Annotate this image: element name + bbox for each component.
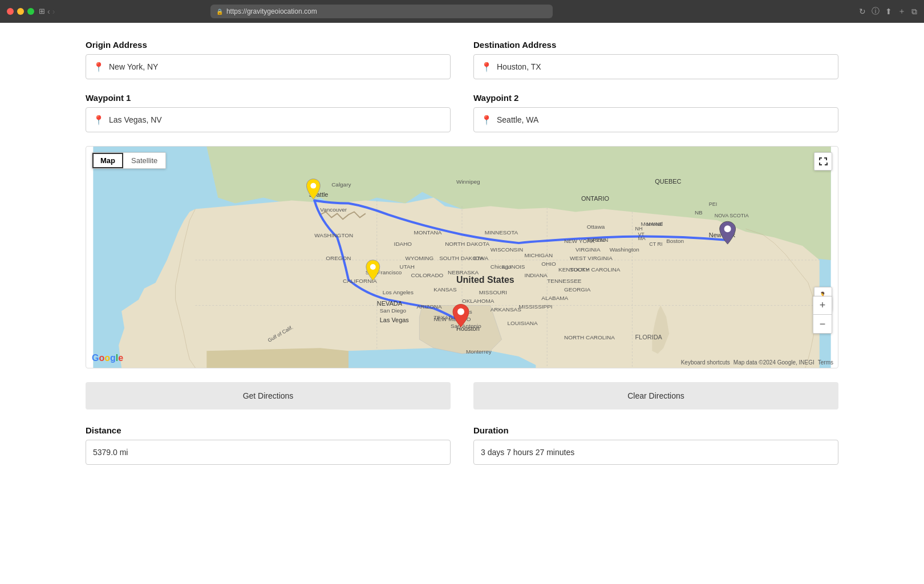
- svg-text:Ottawa: Ottawa: [587, 224, 605, 230]
- origin-input-wrapper[interactable]: 📍: [86, 54, 451, 79]
- lock-icon: 🔒: [216, 9, 223, 15]
- browser-right-icons: ↻ ⓘ ⬆ ＋ ⧉: [859, 6, 917, 17]
- get-directions-button[interactable]: Get Directions: [86, 382, 451, 409]
- svg-text:San Antonio: San Antonio: [451, 323, 481, 329]
- duration-label: Duration: [473, 425, 838, 435]
- keyboard-shortcuts-link[interactable]: Keyboard shortcuts: [681, 359, 730, 366]
- svg-text:San Diego: San Diego: [380, 307, 407, 314]
- svg-text:SOUTH DAKOTA: SOUTH DAKOTA: [439, 255, 484, 261]
- origin-input[interactable]: [109, 62, 443, 71]
- waypoint-row: Waypoint 1 📍 Waypoint 2 📍: [86, 93, 838, 132]
- share-icon[interactable]: ⬆: [885, 7, 892, 16]
- svg-text:Toronto: Toronto: [587, 237, 606, 243]
- map-type-buttons: Map Satellite: [92, 152, 166, 169]
- traffic-lights: [7, 8, 34, 15]
- svg-text:Los Angeles: Los Angeles: [383, 289, 414, 295]
- tabs-icon[interactable]: ⧉: [911, 7, 917, 17]
- svg-text:PEI: PEI: [709, 201, 717, 207]
- waypoint1-input-wrapper[interactable]: 📍: [86, 107, 451, 132]
- map-data-text: Map data ©2024 Google, INEGI: [733, 359, 814, 366]
- traffic-light-green[interactable]: [27, 8, 34, 15]
- origin-label: Origin Address: [86, 40, 451, 50]
- svg-point-84: [724, 225, 731, 232]
- reload-icon[interactable]: ↻: [859, 7, 866, 16]
- map-zoom-controls: + −: [813, 296, 832, 334]
- add-tab-icon[interactable]: ＋: [898, 6, 906, 17]
- info-icon[interactable]: ⓘ: [872, 6, 880, 17]
- traffic-light-yellow[interactable]: [17, 8, 24, 15]
- svg-text:OHIO: OHIO: [541, 261, 556, 267]
- svg-text:Calgary: Calgary: [331, 181, 351, 188]
- svg-text:CT RI: CT RI: [649, 241, 662, 247]
- waypoint2-input-wrapper[interactable]: 📍: [473, 107, 838, 132]
- svg-text:WASHINGTON: WASHINGTON: [314, 232, 353, 238]
- terms-link[interactable]: Terms: [818, 359, 833, 366]
- duration-value: 3 days 7 hours 27 minutes: [473, 440, 838, 465]
- svg-text:VIRGINIA: VIRGINIA: [576, 246, 601, 253]
- destination-pin-icon: 📍: [481, 62, 492, 72]
- results-row: Distance 5379.0 mi Duration 3 days 7 hou…: [86, 425, 838, 465]
- waypoint2-input[interactable]: [497, 115, 831, 124]
- distance-value: 5379.0 mi: [86, 440, 451, 465]
- svg-text:ALABAMA: ALABAMA: [541, 295, 568, 301]
- url-text: https://gravitygeoiocation.com: [226, 7, 317, 15]
- svg-text:OREGON: OREGON: [326, 255, 351, 261]
- waypoint1-group: Waypoint 1 📍: [86, 93, 451, 132]
- svg-text:MINNESOTA: MINNESOTA: [485, 229, 518, 236]
- google-logo: Google: [92, 353, 123, 363]
- back-chevron: ‹: [47, 7, 50, 15]
- svg-text:MISSOURI: MISSOURI: [479, 289, 507, 295]
- svg-text:NORTH CAROLINA: NORTH CAROLINA: [564, 334, 615, 340]
- origin-pin-icon: 📍: [93, 62, 104, 72]
- traffic-light-red[interactable]: [7, 8, 14, 15]
- svg-text:SOUTH CAROLINA: SOUTH CAROLINA: [570, 266, 621, 273]
- destination-group: Destination Address 📍: [473, 40, 838, 79]
- tab-grid-icon[interactable]: ⊞: [39, 7, 45, 15]
- address-bar[interactable]: 🔒 https://gravitygeoiocation.com: [210, 5, 553, 18]
- waypoint2-group: Waypoint 2 📍: [473, 93, 838, 132]
- svg-point-85: [457, 309, 464, 315]
- svg-text:NEVADA: NEVADA: [377, 300, 403, 307]
- clear-directions-button[interactable]: Clear Directions: [473, 382, 838, 409]
- svg-text:Boston: Boston: [666, 238, 684, 244]
- svg-text:WEST VIRGINIA: WEST VIRGINIA: [570, 255, 613, 261]
- svg-text:NOVA SCOTIA: NOVA SCOTIA: [715, 213, 749, 218]
- svg-text:ARKANSAS: ARKANSAS: [491, 306, 521, 313]
- svg-text:Washington: Washington: [610, 246, 639, 253]
- svg-text:Las Vegas: Las Vegas: [380, 317, 410, 323]
- svg-text:Vancouver: Vancouver: [320, 206, 347, 213]
- svg-text:MISSISSIPPI: MISSISSIPPI: [518, 303, 552, 310]
- svg-text:Winnipeg: Winnipeg: [456, 179, 480, 185]
- waypoint2-pin-icon: 📍: [481, 115, 492, 125]
- map-svg: Las Vegas Seattle Houston New York NEVAD…: [86, 147, 838, 368]
- svg-text:QUEBEC: QUEBEC: [655, 178, 681, 185]
- browser-chrome: ⊞ ‹ › 🔒 https://gravitygeoiocation.com ↻…: [0, 0, 924, 23]
- map-zoom-in-button[interactable]: +: [813, 297, 832, 315]
- waypoint1-input[interactable]: [109, 115, 443, 124]
- forward-chevron: ›: [52, 7, 55, 15]
- svg-text:NORTH DAKOTA: NORTH DAKOTA: [445, 241, 489, 247]
- svg-text:INDIANA: INDIANA: [524, 272, 548, 278]
- map-container[interactable]: Las Vegas Seattle Houston New York NEVAD…: [86, 146, 838, 368]
- svg-text:ARIZONA: ARIZONA: [416, 303, 442, 310]
- page-content: Origin Address 📍 Destination Address 📍 W…: [63, 23, 861, 482]
- destination-input-wrapper[interactable]: 📍: [473, 54, 838, 79]
- svg-point-82: [310, 183, 316, 189]
- map-fullscreen-button[interactable]: [814, 152, 832, 171]
- map-zoom-out-button[interactable]: −: [813, 315, 832, 333]
- svg-text:ONTARIO: ONTARIO: [581, 195, 609, 202]
- svg-text:Chicago: Chicago: [491, 263, 512, 270]
- svg-text:IDAHO: IDAHO: [394, 241, 412, 247]
- svg-text:FLORIDA: FLORIDA: [635, 334, 662, 340]
- distance-label: Distance: [86, 425, 451, 435]
- fullscreen-icon: [818, 157, 828, 166]
- map-type-satellite-button[interactable]: Satellite: [123, 153, 165, 168]
- svg-text:GEORGIA: GEORGIA: [564, 286, 591, 293]
- address-row: Origin Address 📍 Destination Address 📍: [86, 40, 838, 79]
- svg-text:COLORADO: COLORADO: [411, 272, 443, 278]
- duration-group: Duration 3 days 7 hours 27 minutes: [473, 425, 838, 465]
- map-type-map-button[interactable]: Map: [92, 153, 123, 168]
- svg-text:VT: VT: [638, 232, 645, 237]
- svg-text:KANSAS: KANSAS: [433, 286, 457, 293]
- destination-input[interactable]: [497, 62, 831, 71]
